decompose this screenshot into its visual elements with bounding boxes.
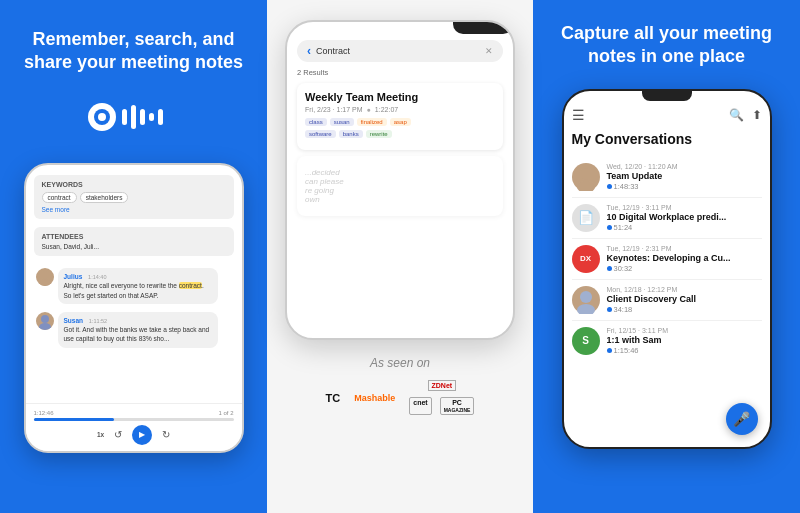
- duration-dot-3: [607, 266, 612, 271]
- attendees-value: Susan, David, Juli...: [42, 243, 226, 250]
- page-indicator: 1 of 2: [218, 410, 233, 416]
- conv-info-team-update: Wed, 12/20 · 11:20 AM Team Update 1:48:3…: [607, 163, 762, 191]
- duration-keynotes: 30:32: [607, 264, 762, 273]
- tag-software: software: [305, 130, 336, 138]
- svg-rect-4: [131, 105, 136, 129]
- svg-point-15: [577, 304, 595, 314]
- pr-header: ☰ 🔍 ⬆: [572, 107, 762, 123]
- audio-progress[interactable]: [34, 418, 234, 421]
- svg-point-8: [41, 271, 49, 279]
- conversation-digital-workplace[interactable]: 📄 Tue, 12/19 · 3:11 PM 10 Digital Workpl…: [572, 198, 762, 239]
- name-keynotes: Keynotes: Developing a Cu...: [607, 253, 762, 263]
- duration-client-discovery: 34:18: [607, 305, 762, 314]
- otter-logo: [84, 95, 184, 139]
- conv-info-1on1-sam: Fri, 12/15 · 3:11 PM 1:1 with Sam 1:15:4…: [607, 327, 762, 355]
- tag-rewrite: rewrite: [366, 130, 392, 138]
- svg-point-9: [39, 279, 51, 286]
- keywords-label: KEYWORDS: [42, 181, 226, 188]
- duration-dot: [607, 184, 612, 189]
- tag-banks: banks: [339, 130, 363, 138]
- duration-digital-workplace: 51:24: [607, 223, 762, 232]
- phone-right-inner: ☰ 🔍 ⬆ My Conversations Wed, 12/20 · 11:2…: [564, 101, 770, 361]
- tag-class: class: [305, 118, 327, 126]
- play-button[interactable]: ▶: [132, 425, 152, 445]
- meeting-card-2[interactable]: ...decidedcan pleasere goingown: [297, 156, 503, 216]
- date-1on1-sam: Fri, 12/15 · 3:11 PM: [607, 327, 762, 334]
- svg-rect-6: [149, 113, 154, 121]
- forward-button[interactable]: ↻: [162, 429, 170, 440]
- phone-right-notch: [642, 91, 692, 101]
- svg-point-14: [580, 291, 592, 303]
- name-client-discovery: Client Discovery Call: [607, 294, 762, 304]
- logo-area: [84, 95, 184, 139]
- search-bar[interactable]: ‹ Contract ✕: [297, 40, 503, 62]
- logo-techcrunch: TC: [326, 392, 341, 404]
- see-more-link[interactable]: See more: [42, 206, 226, 213]
- audio-progress-fill: [34, 418, 114, 421]
- keyword-chips: contract stakeholders: [42, 192, 226, 203]
- time-susan: 1:11:52: [89, 318, 107, 324]
- right-headline: Capture all your meeting notes in one pl…: [549, 22, 784, 69]
- avatar-julius: [36, 268, 54, 286]
- chip-contract: contract: [42, 192, 77, 203]
- logo-cnet: cnet: [409, 397, 431, 415]
- date-digital-workplace: Tue, 12/19 · 3:11 PM: [607, 204, 762, 211]
- meeting-card-1[interactable]: Weekly Team Meeting Fri, 2/23 · 1:17 PM …: [297, 83, 503, 150]
- meeting-date: Fri, 2/23 · 1:17 PM: [305, 106, 363, 113]
- back-arrow-icon[interactable]: ‹: [307, 44, 311, 58]
- conversation-keynotes[interactable]: DX Tue, 12/19 · 2:31 PM Keynotes: Develo…: [572, 239, 762, 280]
- chat-row-susan: Susan 1:11:52 Got it. And with the banks…: [36, 312, 232, 348]
- conv-info-digital-workplace: Tue, 12/19 · 3:11 PM 10 Digital Workplac…: [607, 204, 762, 232]
- name-digital-workplace: 10 Digital Workplace predi...: [607, 212, 762, 222]
- results-label: 2 Results: [297, 68, 503, 77]
- svg-rect-3: [122, 109, 127, 125]
- conversation-team-update[interactable]: Wed, 12/20 · 11:20 AM Team Update 1:48:3…: [572, 157, 762, 198]
- as-seen-label: As seen on: [326, 356, 475, 370]
- logo-pc: PCMAGAZINE: [440, 397, 475, 415]
- speed-button[interactable]: 1x: [97, 431, 104, 438]
- meeting-meta: Fri, 2/23 · 1:17 PM ● 1:22:07: [305, 106, 495, 113]
- bubble-julius: Julius 1:14:40 Alright, nice call everyo…: [58, 268, 218, 304]
- avatar-team-update: [572, 163, 600, 191]
- logo-zdnet: ZDNet: [428, 380, 457, 391]
- svg-point-13: [577, 181, 595, 191]
- svg-point-12: [580, 168, 592, 180]
- search-input[interactable]: Contract: [316, 46, 480, 56]
- attendees-section: ATTENDEES Susan, David, Juli...: [34, 227, 234, 256]
- duration-dot-5: [607, 348, 612, 353]
- svg-rect-7: [158, 109, 163, 125]
- avatar-1on1-sam: S: [572, 327, 600, 355]
- audio-time: 1:12:46: [34, 410, 54, 416]
- conversations-title: My Conversations: [572, 131, 762, 147]
- phone-middle: ‹ Contract ✕ 2 Results Weekly Team Meeti…: [285, 20, 515, 340]
- date-keynotes: Tue, 12/19 · 2:31 PM: [607, 245, 762, 252]
- panel-left: Remember, search, and share your meeting…: [0, 0, 267, 513]
- duration-team-update: 1:48:33: [607, 182, 762, 191]
- header-actions: 🔍 ⬆: [729, 108, 762, 122]
- rewind-button[interactable]: ↺: [114, 429, 122, 440]
- chat-bubbles: Julius 1:14:40 Alright, nice call everyo…: [34, 264, 234, 360]
- menu-icon[interactable]: ☰: [572, 107, 585, 123]
- mic-fab-button[interactable]: 🎤: [726, 403, 758, 435]
- search-icon[interactable]: 🔍: [729, 108, 744, 122]
- date-client-discovery: Mon, 12/18 · 12:12 PM: [607, 286, 762, 293]
- date-team-update: Wed, 12/20 · 11:20 AM: [607, 163, 762, 170]
- name-team-update: Team Update: [607, 171, 762, 181]
- highlight-contract: contract: [179, 282, 202, 289]
- conversation-1on1-sam[interactable]: S Fri, 12/15 · 3:11 PM 1:1 with Sam 1:15…: [572, 321, 762, 361]
- conv-info-client-discovery: Mon, 12/18 · 12:12 PM Client Discovery C…: [607, 286, 762, 314]
- speaker-julius: Julius: [64, 273, 83, 280]
- clear-icon[interactable]: ✕: [485, 46, 493, 56]
- tag-row-2: software banks rewrite: [305, 130, 495, 138]
- conv-info-keynotes: Tue, 12/19 · 2:31 PM Keynotes: Developin…: [607, 245, 762, 273]
- audio-controls: 1x ↺ ▶ ↻: [34, 425, 234, 445]
- as-seen-on: As seen on TC Mashable ZDNet cnet PCMAGA…: [326, 356, 475, 415]
- dot-separator: ●: [367, 106, 371, 113]
- duration-dot-4: [607, 307, 612, 312]
- duration-1on1-sam: 1:15:46: [607, 346, 762, 355]
- logos-row: TC Mashable ZDNet cnet PCMAGAZINE: [326, 380, 475, 415]
- avatar-client-discovery: [572, 286, 600, 314]
- conversation-client-discovery[interactable]: Mon, 12/18 · 12:12 PM Client Discovery C…: [572, 280, 762, 321]
- upload-icon[interactable]: ⬆: [752, 108, 762, 122]
- meeting-duration: 1:22:07: [375, 106, 398, 113]
